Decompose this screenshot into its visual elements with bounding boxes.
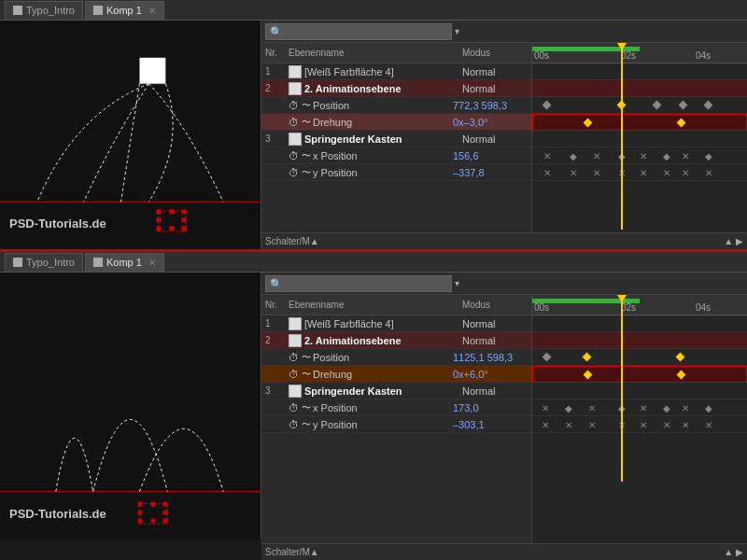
layer-nr-top-1: 1: [265, 66, 289, 77]
bottom-main-content: PSD-Tutorials.de ▾ Nr. Ebenenname Modus: [0, 273, 747, 560]
kf-y-bot-3: ✕: [588, 420, 596, 430]
tab-komp1-bottom[interactable]: Komp 1 ✕: [85, 253, 164, 272]
stopwatch-icon-top-dreh: ⏱: [288, 117, 299, 128]
sub-name-bot-y: y Position: [313, 419, 453, 430]
tab-typo-intro-bottom[interactable]: Typo_Intro: [5, 253, 83, 272]
kf-y-top-3: ✕: [593, 168, 600, 178]
layer-solid-icon-bot-2: [289, 334, 302, 347]
kf-bot-pos-2: [583, 353, 592, 362]
tab-close-top[interactable]: ✕: [148, 6, 156, 16]
curve-icon-top-pos: 〜: [302, 99, 311, 112]
kf-top-pos-3: [653, 101, 662, 110]
sub-row-bot-drehung[interactable]: ⏱ 〜 Drehung 0x+6,0°: [261, 366, 531, 383]
bottom-time-ruler: 00s 02s 04s: [532, 295, 747, 315]
layer-name-top-3: Springender Kasten: [304, 133, 462, 145]
sub-name-bot-dreh: Drehung: [313, 369, 453, 380]
sub-value-top-y: –337,8: [453, 167, 528, 178]
tl-row-bot-dreh: [532, 366, 747, 383]
tab-icon-bot2: [93, 258, 103, 267]
svg-rect-8: [169, 209, 174, 214]
tl-row-top-2: [532, 80, 747, 97]
sub-row-bot-position[interactable]: ⏱ 〜 Position 1125,1 598,3: [261, 349, 531, 366]
kf-y-bot-6: ✕: [663, 420, 670, 430]
layer-row-bot-1[interactable]: 1 [Weiß Farbfläche 4] Normal: [261, 315, 531, 332]
sub-row-top-xpos[interactable]: ⏱ 〜 x Position 156,6: [261, 147, 531, 164]
kf-bot-dreh-1: [584, 371, 593, 380]
top-search-input[interactable]: [265, 23, 452, 40]
layer-modus-bot-1: Normal: [462, 318, 528, 329]
layer-solid-icon-top-1: [289, 65, 302, 78]
svg-rect-2: [139, 58, 165, 84]
layer-solid-icon-bot-3: [289, 385, 302, 398]
tab-close-bottom[interactable]: ✕: [148, 258, 156, 268]
svg-rect-0: [0, 30, 261, 240]
curve-icon-bot-dreh: 〜: [302, 368, 311, 381]
sub-value-bot-y: –303,1: [453, 419, 528, 430]
tab-typo-intro-top[interactable]: Typo_Intro: [5, 1, 83, 20]
col-modus-label-top: Modus: [462, 48, 528, 58]
sub-value-top-pos: 772,3 598,3: [453, 100, 528, 111]
kf-y-bot-1: ✕: [542, 420, 549, 430]
bottom-playhead-marker: [617, 295, 627, 302]
kf-top-dreh-2: [677, 119, 686, 128]
top-bottom-bar: Schalter/M▲ ▲ ▶: [261, 232, 747, 249]
layer-nr-top-3: 3: [265, 133, 289, 144]
svg-rect-20: [150, 519, 155, 524]
svg-rect-17: [137, 519, 142, 524]
layer-name-bot-2: 2. Animationsebene: [304, 335, 462, 346]
svg-rect-15: [137, 502, 142, 507]
col-nr-label-bot: Nr.: [265, 300, 289, 310]
top-time-ruler: 00s 02s 04s: [532, 43, 747, 63]
sub-name-top-y: y Position: [313, 167, 453, 178]
col-modus-label-bot: Modus: [462, 300, 528, 310]
tl-row-bot-ypos: ✕ ✕ ✕ ✕ ✕ ✕ ✕ ✕: [532, 416, 747, 433]
tl-row-top-3: [532, 131, 747, 147]
kf-x-top-7: ✕: [682, 151, 689, 161]
kf-bot-pos-3: [676, 353, 685, 362]
top-preview: PSD-Tutorials.de: [0, 21, 261, 249]
time-label-04s-top: 04s: [696, 50, 711, 61]
sub-row-bot-xpos[interactable]: ⏱ 〜 x Position 173,0: [261, 399, 531, 416]
kf-y-bot-7: ✕: [682, 420, 689, 430]
sub-row-bot-ypos[interactable]: ⏱ 〜 y Position –303,1: [261, 416, 531, 433]
bottom-scroll-controls: ▲ ▶: [724, 547, 743, 557]
time-label-02s-bot: 02s: [621, 302, 636, 313]
layer-modus-top-1: Normal: [462, 66, 528, 77]
sub-name-top-dreh: Drehung: [313, 117, 453, 128]
layer-row-bot-3[interactable]: 3 Springender Kasten Normal: [261, 383, 531, 399]
curve-icon-top-dreh: 〜: [302, 116, 311, 129]
stopwatch-icon-top-y: ⏱: [288, 167, 299, 178]
top-playhead: [621, 43, 623, 230]
tab-komp1-top[interactable]: Komp 1 ✕: [85, 1, 164, 20]
layer-row-top-1[interactable]: 1 [Weiß Farbfläche 4] Normal: [261, 63, 531, 80]
kf-x-top-3: ✕: [593, 151, 600, 161]
bottom-layers-header: Nr. Ebenenname Modus: [261, 295, 531, 315]
svg-rect-18: [162, 519, 167, 524]
svg-rect-5: [181, 209, 186, 214]
kf-x-bot-1: ✕: [542, 403, 549, 413]
curve-icon-top-x: 〜: [302, 149, 311, 162]
layer-row-bot-2[interactable]: 2 2. Animationsebene Normal: [261, 332, 531, 349]
layer-row-top-2[interactable]: 2 2. Animationsebene Normal: [261, 80, 531, 97]
svg-rect-16: [162, 502, 167, 507]
top-search-bar: ▾: [261, 21, 747, 43]
kf-x-bot-2: ◆: [565, 403, 572, 413]
sub-row-top-position[interactable]: ⏱ 〜 Position 772,3 598,3: [261, 97, 531, 114]
top-canvas-svg: [0, 21, 261, 249]
sub-row-top-ypos[interactable]: ⏱ 〜 y Position –337,8: [261, 164, 531, 181]
kf-x-top-5: ✕: [640, 151, 647, 161]
kf-top-dreh-1: [584, 119, 593, 128]
svg-rect-21: [137, 511, 142, 515]
tab-label-bot1: Typo_Intro: [26, 257, 75, 268]
top-timeline-section: ▾ Nr. Ebenenname Modus 1: [261, 21, 747, 249]
sub-value-top-x: 156,6: [453, 150, 528, 161]
stopwatch-icon-bot-dreh: ⏱: [288, 369, 299, 380]
layer-solid-icon-top-3: [289, 133, 302, 146]
tl-row-bot-pos: [532, 349, 747, 366]
layer-row-top-3[interactable]: 3 Springender Kasten Normal: [261, 131, 531, 147]
sub-row-top-drehung[interactable]: ⏱ 〜 Drehung 0x–3,0°: [261, 114, 531, 131]
layer-modus-top-2: Normal: [462, 83, 528, 94]
bottom-search-input[interactable]: [265, 275, 452, 292]
stopwatch-icon-bot-y: ⏱: [288, 419, 299, 430]
kf-y-top-8: ✕: [705, 168, 712, 178]
